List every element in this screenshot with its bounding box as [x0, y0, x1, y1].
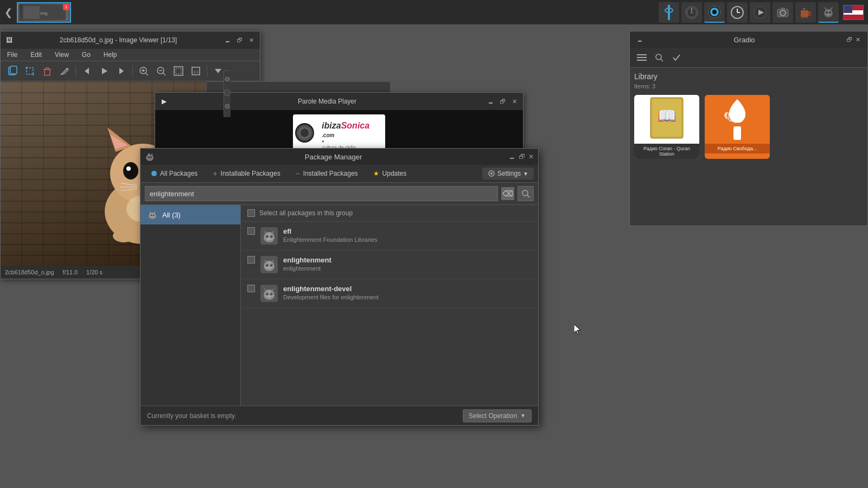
efl-checkbox[interactable]: [247, 227, 255, 235]
enlightenment-info: enlightenment enlightenment: [283, 256, 532, 272]
package-row-enlightenment-devel[interactable]: enlightenment-devel Development files fo…: [241, 279, 538, 308]
dial-icon[interactable]: [681, 2, 702, 23]
pm-titlebar-buttons: 🗕 🗗 ✕: [509, 153, 534, 160]
search-clear-button[interactable]: ⌫: [501, 187, 514, 200]
fit-button[interactable]: [171, 63, 186, 79]
gradio-dropdown-btn[interactable]: 🗕: [635, 35, 644, 44]
tuner-icon[interactable]: [659, 2, 679, 23]
svg-rect-51: [176, 68, 181, 74]
select-operation-button[interactable]: Select Operation ▼: [463, 409, 532, 422]
settings-button[interactable]: Settings ▼: [482, 168, 534, 179]
shade-button[interactable]: 🗗: [235, 36, 244, 44]
delete-button[interactable]: [40, 63, 55, 79]
efl-desc: Enlightenment Foundation Libraries: [283, 236, 532, 243]
gradio-minimize-btn[interactable]: 🗗: [845, 35, 853, 44]
package-row-efl[interactable]: efl Enlightenment Foundation Libraries: [241, 222, 538, 251]
next-button[interactable]: [114, 63, 129, 79]
select-all-checkbox[interactable]: [247, 209, 255, 217]
taskbar: ❮ img 1: [0, 0, 868, 24]
parole-minimize-btn[interactable]: 🗗: [498, 97, 507, 106]
minimize-button[interactable]: 🗕: [223, 36, 232, 44]
clock-icon[interactable]: [727, 2, 748, 23]
play-button[interactable]: [97, 63, 112, 79]
efl-info: efl Enlightenment Foundation Libraries: [283, 227, 532, 243]
edit-button[interactable]: [57, 63, 72, 79]
taskbar-thumbnail[interactable]: img 1: [17, 2, 71, 23]
pm-dropdown-btn[interactable]: 🗕: [509, 153, 515, 160]
parole-dropdown-btn[interactable]: 🗕: [486, 97, 495, 106]
sidebar-group-label: All (3): [162, 211, 181, 219]
svg-point-27: [826, 11, 828, 14]
svg-point-116: [266, 293, 267, 294]
station-1-image: 📖: [634, 95, 699, 144]
media-player-icon[interactable]: [750, 2, 770, 23]
updates-star-icon: ★: [373, 170, 379, 177]
svg-rect-38: [46, 68, 49, 69]
sidebar-cat-icon: [147, 209, 158, 220]
svg-rect-20: [801, 10, 808, 17]
desktop: 🖼 2cb618d50d_o.jpg - Image Viewer [1/13]…: [0, 24, 868, 488]
taskbar-chevron[interactable]: ❮: [4, 7, 12, 18]
cat-app-icon[interactable]: [818, 2, 839, 23]
svg-point-86: [522, 190, 528, 196]
zoom-out-button[interactable]: [154, 63, 169, 79]
menu-go[interactable]: Go: [80, 50, 93, 60]
svg-point-82: [148, 156, 150, 158]
enlightenment-checkbox[interactable]: [247, 256, 255, 264]
gradio-menu-btn[interactable]: [634, 50, 649, 65]
gradio-close-btn[interactable]: ✕: [853, 35, 862, 44]
tab-installed-label: Installed Packages: [303, 170, 358, 177]
tab-installed[interactable]: − Installed Packages: [289, 167, 365, 180]
svg-point-76: [225, 77, 229, 81]
tab-installable[interactable]: + Installable Packages: [206, 167, 286, 180]
gradio-search-btn[interactable]: [652, 50, 667, 65]
zoom-in-button[interactable]: [136, 63, 151, 79]
svg-point-83: [150, 156, 152, 158]
svg-point-109: [270, 264, 271, 265]
gradio-check-btn[interactable]: [669, 50, 684, 65]
menu-view[interactable]: View: [53, 50, 71, 60]
menu-help[interactable]: Help: [101, 50, 119, 60]
copy-button[interactable]: [5, 63, 20, 79]
enlightenment-devel-checkbox[interactable]: [247, 285, 255, 292]
parole-close-btn[interactable]: ✕: [510, 97, 519, 106]
camera-icon[interactable]: [773, 2, 793, 23]
svg-point-101: [270, 235, 271, 236]
pm-icon: [145, 152, 155, 162]
tab-updates-label: Updates: [382, 170, 407, 177]
svg-point-78: [225, 104, 229, 108]
spinner-icon[interactable]: [704, 2, 725, 23]
tab-all-packages[interactable]: All Packages: [145, 168, 204, 179]
actual-size-button[interactable]: 1:1: [188, 63, 203, 79]
menu-edit[interactable]: Edit: [28, 50, 44, 60]
menu-file[interactable]: File: [5, 50, 20, 60]
svg-line-87: [527, 195, 529, 197]
svg-rect-126: [733, 126, 741, 140]
prev-button[interactable]: [79, 63, 94, 79]
pm-minimize-btn[interactable]: 🗗: [519, 153, 525, 160]
image-aperture: f/11.0: [63, 269, 78, 275]
tab-installable-label: Installable Packages: [221, 170, 280, 177]
search-button[interactable]: [518, 186, 534, 201]
close-button[interactable]: ✕: [247, 36, 256, 44]
svg-point-108: [266, 264, 267, 265]
pm-close-btn[interactable]: ✕: [528, 153, 534, 160]
svg-rect-50: [174, 67, 183, 75]
svg-marker-54: [215, 69, 221, 73]
coffee-icon[interactable]: [795, 2, 816, 23]
station-card-2[interactable]: Радио Свобода...: [705, 95, 770, 159]
package-row-enlightenment[interactable]: enlightenment enlightenment: [241, 251, 538, 279]
gradio-stations-list: 📖 Радио Coran - Quran Station: [634, 95, 863, 159]
image-filename: 2cb618d50d_o.jpg: [5, 269, 54, 275]
svg-point-98: [266, 235, 269, 238]
svg-point-114: [266, 293, 269, 296]
svg-text:📖: 📖: [658, 107, 676, 125]
station-card-1[interactable]: 📖 Радио Coran - Quran Station: [634, 95, 699, 159]
sidebar-group-all[interactable]: All (3): [141, 205, 240, 224]
pm-statusbar: Currently your basket is empty. Select O…: [141, 406, 538, 425]
crop-button[interactable]: [22, 63, 37, 79]
search-input[interactable]: [145, 186, 498, 201]
svg-text:img: img: [41, 11, 48, 16]
tab-updates[interactable]: ★ Updates: [367, 168, 413, 179]
svg-point-28: [829, 11, 831, 14]
